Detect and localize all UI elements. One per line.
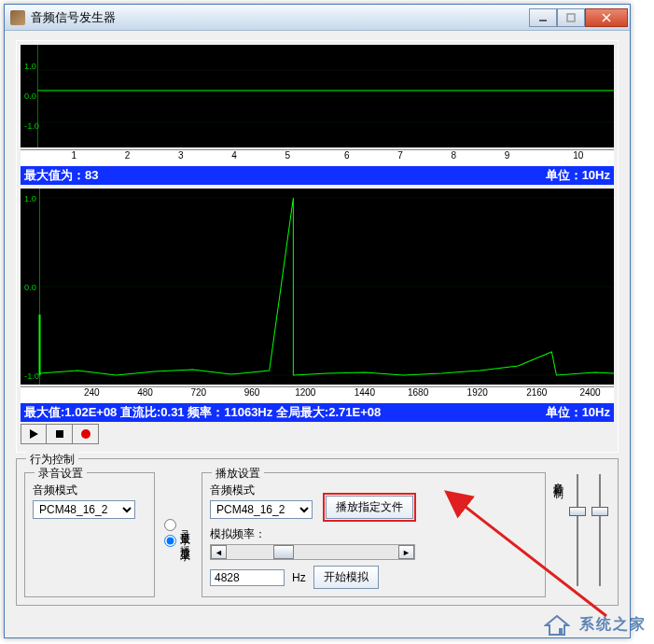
- play-display-label: 播放显示: [178, 538, 192, 545]
- window-title: 音频信号发生器: [31, 9, 529, 26]
- record-mode-label: 音频模式: [33, 483, 146, 498]
- play-file-button[interactable]: 播放指定文件: [326, 496, 413, 519]
- behavior-fieldset: 行为控制 录音设置 音频模式 PCM48_16_2 录音显示: [16, 458, 619, 606]
- waveform-x-axis: 1 2 3 4 5 6 7 8 9 10: [21, 149, 614, 166]
- content-area: 1.0 0.0 -1.0 1 2 3 4 5 6 7 8 9 10: [5, 31, 630, 637]
- svg-marker-16: [30, 429, 38, 439]
- transport-controls: [21, 424, 614, 444]
- play-legend: 播放设置: [212, 466, 264, 482]
- sim-freq-scrollbar[interactable]: ◄ ►: [210, 544, 415, 560]
- volume-group: 音量控制: [551, 469, 610, 597]
- ytick: -1.0: [24, 371, 39, 381]
- record-icon: [80, 428, 91, 440]
- svg-rect-22: [559, 628, 563, 635]
- svg-rect-17: [56, 430, 63, 438]
- watermark: 系统之家: [544, 614, 647, 637]
- scroll-right-icon[interactable]: ►: [398, 545, 414, 559]
- start-sim-button[interactable]: 开始模拟: [313, 566, 379, 589]
- graph-panel: 1.0 0.0 -1.0 1 2 3 4 5 6 7 8 9 10: [16, 40, 619, 453]
- svg-rect-1: [567, 14, 575, 21]
- play-button[interactable]: [21, 424, 47, 444]
- display-mode-radios: 录音显示 播放显示: [160, 469, 196, 597]
- sim-freq-label: 模拟频率：: [210, 526, 537, 542]
- record-fieldset: 录音设置 音频模式 PCM48_16_2: [24, 472, 155, 597]
- ytick: 0.0: [24, 283, 36, 292]
- app-icon: [10, 10, 25, 25]
- waveform-graph[interactable]: 1.0 0.0 -1.0: [21, 45, 614, 147]
- play-mode-label: 音频模式: [210, 483, 313, 498]
- titlebar[interactable]: 音频信号发生器: [5, 5, 630, 31]
- sim-freq-input[interactable]: [210, 569, 285, 586]
- spectrum-status: 最大值:1.02E+08 直流比:0.31 频率：11063Hz 全局最大:2.…: [21, 403, 614, 422]
- sim-freq-unit: Hz: [292, 571, 306, 584]
- svg-point-18: [81, 429, 90, 439]
- record-button[interactable]: [73, 424, 99, 444]
- record-display-label: 录音显示: [178, 522, 192, 529]
- volume-slider-left[interactable]: [567, 474, 588, 586]
- ytick: 1.0: [24, 62, 36, 71]
- scroll-left-icon[interactable]: ◄: [211, 545, 227, 559]
- record-display-radio[interactable]: [164, 519, 176, 531]
- waveform-status: 最大值为：83 单位：10Hz: [21, 166, 614, 185]
- maximize-button[interactable]: [557, 8, 585, 27]
- volume-slider-right[interactable]: [590, 474, 610, 586]
- spectrum-graph[interactable]: 1.0 0.0 -1.0: [21, 189, 614, 385]
- record-mode-select[interactable]: PCM48_16_2: [33, 500, 135, 519]
- play-mode-select[interactable]: PCM48_16_2: [210, 500, 313, 519]
- record-legend: 录音设置: [35, 466, 87, 482]
- minimize-button[interactable]: [529, 8, 557, 27]
- play-icon: [29, 429, 38, 439]
- house-icon: [544, 614, 570, 637]
- volume-label: 音量控制: [551, 474, 565, 482]
- play-display-radio[interactable]: [164, 535, 176, 547]
- ytick: 0.0: [24, 91, 36, 101]
- ytick: -1.0: [24, 121, 39, 131]
- stop-button[interactable]: [47, 424, 73, 444]
- ytick: 1.0: [24, 194, 36, 203]
- app-window: 音频信号发生器: [4, 4, 631, 638]
- svg-marker-21: [546, 616, 568, 635]
- scroll-thumb[interactable]: [273, 545, 294, 559]
- play-fieldset: 播放设置 音频模式 PCM48_16_2 播放指定文件 模拟频率： ◄: [202, 472, 546, 597]
- close-button[interactable]: [585, 8, 628, 27]
- spectrum-x-axis: 240 480 720 960 1200 1440 1680 1920 2160…: [21, 386, 614, 403]
- stop-icon: [55, 429, 64, 439]
